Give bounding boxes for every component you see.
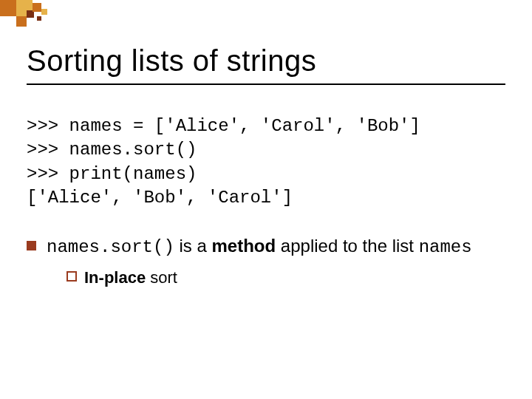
page-title: Sorting lists of strings (27, 44, 505, 78)
notes-section: names.sort() is a method applied to the … (0, 211, 532, 289)
note-mid: is a (174, 236, 212, 256)
note-code-2: names (419, 237, 472, 257)
code-line-4: ['Alice', 'Bob', 'Carol'] (27, 188, 293, 208)
note-after: applied to the list (276, 236, 418, 256)
hollow-bullet-icon (66, 271, 77, 282)
note-text: names.sort() is a method applied to the … (47, 234, 505, 289)
deco-square (33, 3, 41, 12)
note-code-1: names.sort() (47, 237, 174, 257)
deco-square (37, 16, 41, 21)
code-line-3: >>> print(names) (27, 164, 197, 184)
deco-square (16, 16, 27, 27)
corner-decoration (0, 0, 89, 37)
note-bold: method (212, 236, 276, 256)
bullet-icon (27, 241, 36, 250)
title-underline (27, 83, 505, 85)
code-block: >>> names = ['Alice', 'Carol', 'Bob'] >>… (0, 92, 532, 211)
note-item: names.sort() is a method applied to the … (27, 234, 505, 289)
sub-note-item: In-place sort (66, 267, 505, 289)
sub-after: sort (146, 268, 177, 287)
deco-square (0, 0, 16, 16)
code-line-2: >>> names.sort() (27, 140, 197, 160)
code-line-1: >>> names = ['Alice', 'Carol', 'Bob'] (27, 116, 420, 136)
sub-bold: In-place (84, 268, 146, 287)
sub-note-text: In-place sort (84, 267, 177, 289)
deco-square (41, 9, 47, 15)
